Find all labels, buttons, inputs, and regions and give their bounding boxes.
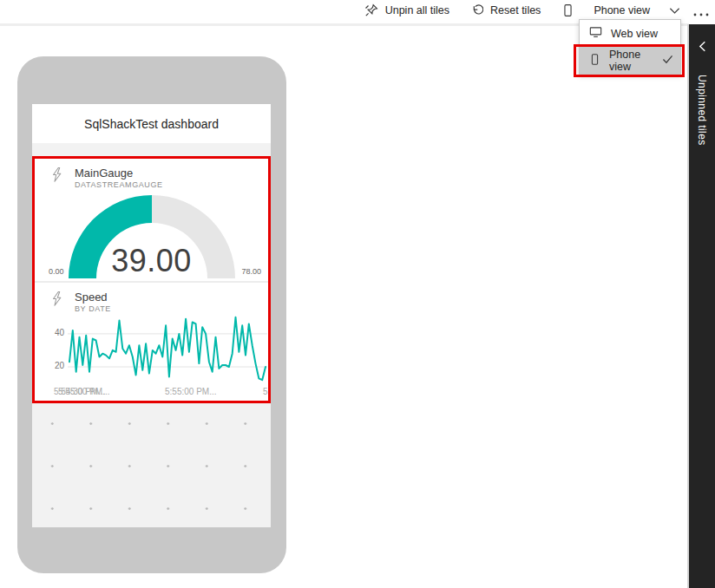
speed-line-series [69, 317, 266, 380]
y-tick-label: 40 [52, 328, 64, 337]
tiles-highlight-box: MainGauge DATASTREAMGAUGE 39.00 0.00 78.… [32, 156, 271, 403]
gauge-visual: 39.00 0.00 78.00 [35, 192, 268, 279]
phone-view-label: Phone view [594, 4, 650, 16]
line-tile-title: Speed [75, 291, 111, 304]
unpinned-tiles-label: Unpinned tiles [696, 75, 708, 146]
phone-icon [589, 53, 600, 69]
more-options-button[interactable] [691, 5, 712, 21]
y-tick-label: 20 [52, 361, 64, 370]
lightning-icon [50, 291, 63, 314]
gauge-tile-title: MainGauge [75, 167, 163, 180]
chevron-left-icon[interactable] [699, 40, 706, 56]
x-tick-label: 5: [263, 387, 268, 396]
lightning-icon [50, 167, 63, 190]
unpinned-tiles-panel[interactable]: Unpinned tiles [689, 24, 715, 588]
gauge-tile-subtitle: DATASTREAMGAUGE [75, 180, 163, 190]
x-tick-label: 5:55:00 PM... [165, 387, 216, 396]
gauge-max-label: 78.00 [241, 267, 261, 276]
reset-tiles-button[interactable]: Reset tiles [470, 4, 541, 17]
unpin-icon [364, 3, 378, 17]
line-tile-subtitle: BY DATE [75, 304, 111, 314]
x-tick-label: 5:55:00 PM... [58, 387, 109, 396]
phone-frame: SqlShackTest dashboard MainGauge DATASTR… [17, 56, 286, 573]
x-axis-labels: 5:54:30 PM... 5:55:00 PM... 5:55:00 PM..… [52, 387, 268, 399]
unpin-all-tiles-label: Unpin all tiles [385, 4, 449, 16]
phone-view-dropdown-button[interactable]: Phone view [561, 3, 680, 17]
chevron-down-icon [669, 7, 680, 15]
line-chart-visual: 5:54:30 PM... 5:55:00 PM... 5:55:00 PM..… [52, 314, 268, 399]
more-options-icon [692, 5, 710, 21]
monitor-icon [589, 26, 602, 41]
gauge-min-label: 0.00 [49, 267, 64, 276]
menu-item-phone-view[interactable]: Phone view [580, 47, 680, 74]
tile-speed-chart[interactable]: Speed BY DATE 5:54:30 PM... 5:55:00 PM..… [35, 283, 268, 401]
gauge-value: 39.00 [35, 243, 268, 279]
dashboard-title: SqlShackTest dashboard [32, 104, 271, 143]
tile-main-gauge[interactable]: MainGauge DATASTREAMGAUGE 39.00 0.00 78.… [35, 159, 268, 281]
check-icon [662, 55, 673, 67]
unpin-all-tiles-button[interactable]: Unpin all tiles [364, 3, 449, 17]
menu-item-phone-view-label: Phone view [609, 49, 653, 73]
phone-icon [561, 3, 574, 17]
menu-item-web-view[interactable]: Web view [580, 20, 680, 47]
view-menu: Web view Phone view [579, 19, 681, 75]
reset-icon [470, 4, 483, 17]
phone-screen: SqlShackTest dashboard MainGauge DATASTR… [32, 104, 271, 527]
reset-tiles-label: Reset tiles [490, 4, 541, 16]
menu-item-web-view-label: Web view [611, 28, 658, 40]
